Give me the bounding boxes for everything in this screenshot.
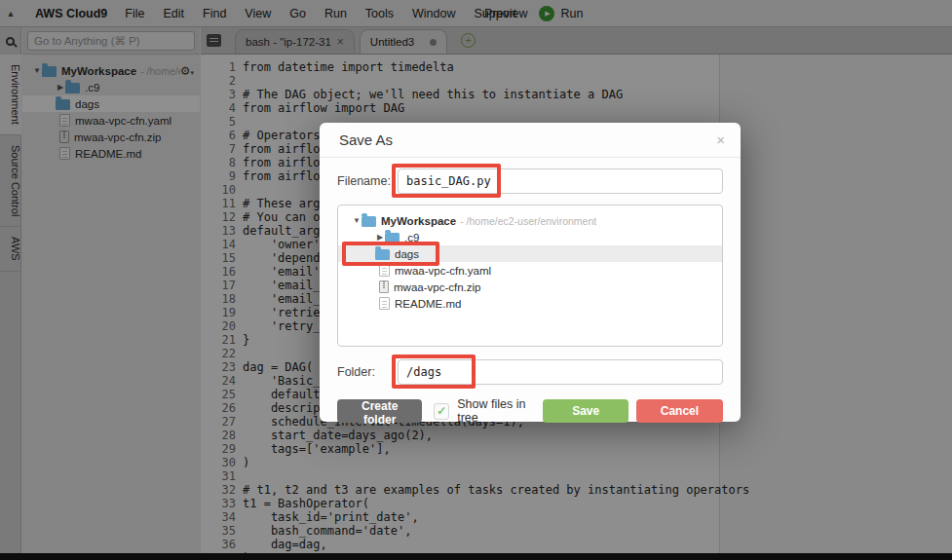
folder-label: Folder: xyxy=(337,365,398,379)
folder-row: Folder: xyxy=(337,358,723,386)
folder-icon xyxy=(375,249,390,260)
filename-row: Filename: xyxy=(337,168,723,195)
save-button[interactable]: Save xyxy=(543,399,628,423)
checkbox-label: Show files in tree xyxy=(457,397,543,425)
tree-item-label: mwaa-vpc-cfn.yaml xyxy=(395,265,491,277)
folder-icon xyxy=(385,233,400,243)
filename-input[interactable] xyxy=(398,168,723,194)
zip-icon xyxy=(379,280,389,293)
dialog-body: Filename: ▼ MyWorkspace - /home/ec2-user… xyxy=(320,158,741,425)
show-files-checkbox[interactable]: ✓ xyxy=(434,403,449,420)
folder-icon xyxy=(362,216,376,227)
tree-item-label: .c9 xyxy=(404,232,419,243)
filename-input-wrap xyxy=(398,168,723,194)
save-as-dialog: Save As × Filename: ▼ MyWorkspace - /hom… xyxy=(320,123,741,422)
tree-item-label: MyWorkspace xyxy=(381,215,456,227)
file-icon xyxy=(379,264,390,277)
tree-item-c9[interactable]: ▶.c9 xyxy=(338,229,722,245)
dialog-header: Save As × xyxy=(320,123,741,158)
dialog-footer: Create folder ✓ Show files in tree Save … xyxy=(337,397,723,425)
tree-item-mwaa-vpc-cfn-yaml[interactable]: mwaa-vpc-cfn.yaml xyxy=(338,262,722,279)
folder-input-wrap xyxy=(398,359,723,385)
tree-item-label: README.md xyxy=(395,298,461,310)
tree-item-path: - /home/ec2-user/environment xyxy=(460,215,596,227)
tree-item-mwaa-vpc-cfn-zip[interactable]: mwaa-vpc-cfn.zip xyxy=(338,279,722,295)
folder-input[interactable] xyxy=(398,359,723,385)
app-window: ▲ AWS Cloud9 FileEditFindViewGoRunToolsW… xyxy=(0,0,952,560)
create-folder-button[interactable]: Create folder xyxy=(337,399,422,423)
dialog-title: Save As xyxy=(339,131,393,148)
tree-item-myworkspace[interactable]: ▼ MyWorkspace - /home/ec2-user/environme… xyxy=(338,212,722,229)
dialog-file-tree: ▼ MyWorkspace - /home/ec2-user/environme… xyxy=(337,205,723,347)
chevron-down-icon[interactable]: ▼ xyxy=(352,216,362,225)
tree-item-label: dags xyxy=(395,248,419,260)
tree-item-dags[interactable]: dags xyxy=(338,245,722,262)
file-icon xyxy=(379,297,390,310)
tree-item-label: mwaa-vpc-cfn.zip xyxy=(394,281,480,293)
chevron-right-icon[interactable]: ▶ xyxy=(375,233,385,242)
cancel-button[interactable]: Cancel xyxy=(636,399,723,423)
dialog-close-button[interactable]: × xyxy=(716,131,725,148)
tree-item-readme-md[interactable]: README.md xyxy=(338,295,722,312)
bottom-bar xyxy=(0,553,952,560)
checkmark-icon: ✓ xyxy=(437,404,446,418)
filename-label: Filename: xyxy=(337,174,398,188)
